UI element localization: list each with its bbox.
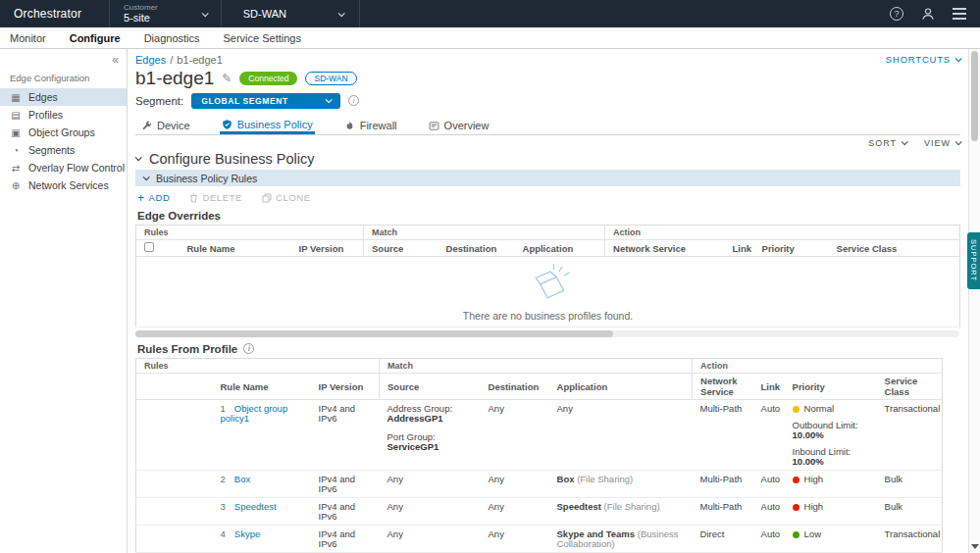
rule-name-link[interactable]: Object group policy1 [221,403,288,424]
col-ip-version: IP Version [311,374,380,400]
source-value: Any [387,501,403,512]
product-menu[interactable]: SD-WAN [228,0,360,27]
application-name: Speedtest [557,501,601,512]
select-all-checkbox[interactable] [144,242,154,252]
add-button[interactable]: + ADD [137,192,170,203]
profile-rule-row[interactable]: 1Object group policy1IPv4 and IPv6Addres… [136,400,943,471]
rule-number: 4 [221,529,226,539]
configure-business-policy-heading[interactable]: Configure Business Policy [135,149,960,168]
nav-tab-service-settings[interactable]: Service Settings [224,32,301,44]
customer-menu[interactable]: Customer 5-site [109,0,222,27]
spacer-header [158,240,180,257]
col-ip-version: IP Version [291,240,364,257]
page-title: b1-edge1 [135,68,214,89]
sidebar-item-overlay-flow-control[interactable]: ⇄ Overlay Flow Control [0,159,127,176]
breadcrumb-current: b1-edge1 [177,54,223,66]
destination-cell: Any [481,400,549,471]
horizontal-scrollbar-thumb[interactable] [135,330,613,337]
sidebar-item-segments[interactable]: ◔ Segments [0,141,127,159]
source-value: Any [387,528,403,539]
tab-overview[interactable]: Overview [427,114,491,134]
sort-menu[interactable]: SORT [868,137,906,148]
menu-icon[interactable] [953,8,966,20]
breadcrumb-edges-link[interactable]: Edges [135,54,166,66]
segment-info-icon[interactable]: i [348,95,359,106]
tab-firewall[interactable]: Firewall [342,114,399,134]
overview-icon [429,121,439,131]
tab-label: Business Policy [237,119,313,130]
trash-icon [189,193,198,203]
breadcrumb-separator: / [170,54,173,66]
priority-dot [793,477,799,483]
main-nav: Monitor Configure Diagnostics Service Se… [0,27,980,49]
destination-cell: Any [481,471,549,498]
chevron-down-icon [902,138,908,145]
nav-tab-diagnostics[interactable]: Diagnostics [144,32,200,44]
sidebar-section-title: Edge Configuration [0,49,127,88]
support-tab[interactable]: SUPPORT [967,232,980,289]
priority-dot [793,504,799,511]
scroll-down-button[interactable] [969,541,980,551]
rule-name-link[interactable]: Box [234,474,250,484]
clone-label: CLONE [276,192,311,203]
source-cell: Address Group: AddressGP1Port Group: Ser… [380,400,481,471]
chevron-down-icon [201,10,208,17]
network-services-icon: ⊕ [10,180,22,191]
sidebar-item-profiles[interactable]: ▤ Profiles [0,106,127,124]
group-match: Match [364,226,605,240]
application-category: (File Sharing) [604,501,660,512]
source-cell: Any [380,498,481,526]
rules-from-profile-table: Rules Match Action Rule Name IP Version … [135,358,943,553]
rule-name-link[interactable]: Speedtest [234,501,277,512]
empty-state-row: There are no business profiles found. [136,257,960,327]
wrench-icon [141,121,152,131]
row-spacer-cell [136,498,213,526]
profile-rule-row[interactable]: 3SpeedtestIPv4 and IPv6AnyAnySpeedtest (… [136,498,943,526]
edit-title-icon[interactable]: ✎ [222,72,232,85]
rules-toolbar: + ADD DELETE CLONE [137,191,960,204]
service-class-cell: Transactional [877,526,943,553]
business-policy-rules-panel-header[interactable]: Business Policy Rules [135,170,960,186]
profile-rule-row[interactable]: 4SkypeIPv4 and IPv6AnyAnySkype and Teams… [136,526,943,553]
segment-select[interactable]: GLOBAL SEGMENT [191,93,340,109]
priority-cell: Low [785,526,877,553]
network-service-cell: Multi-Path [693,471,753,498]
shortcuts-menu[interactable]: SHORTCUTS [886,54,960,65]
sidebar-item-object-groups[interactable]: ▣ Object Groups [0,124,127,141]
column-header-row: Rule Name IP Version Source Destination … [136,240,960,257]
segment-label: Segment: [135,95,183,107]
col-rule-name: Rule Name [213,374,311,400]
application-cell: Skype and Teams (Business Collaboration) [549,526,693,553]
rules-from-profile-info-icon[interactable]: i [243,343,254,354]
rule-name-link[interactable]: Skype [234,528,260,539]
horizontal-scrollbar[interactable] [135,330,959,337]
top-bar-actions: ? [890,7,966,21]
help-icon[interactable]: ? [890,7,903,21]
tab-label: Overview [444,120,490,131]
tab-business-policy[interactable]: Business Policy [220,114,315,134]
empty-state: There are no business profiles found. [136,257,960,327]
nav-tab-monitor[interactable]: Monitor [10,32,46,44]
priority-dot [793,531,799,538]
source-group-line: Port Group: ServiceGP1 [387,432,473,452]
vertical-scrollbar[interactable] [968,49,980,553]
tab-device[interactable]: Device [139,114,192,134]
profile-rule-row[interactable]: 2BoxIPv4 and IPv6AnyAnyBox (File Sharing… [136,471,943,498]
vertical-scrollbar-thumb[interactable] [971,51,978,141]
col-service-class: Service Class [877,374,943,400]
sidebar-item-edges[interactable]: ▦ Edges [0,88,127,106]
sidebar-item-network-services[interactable]: ⊕ Network Services [0,176,127,194]
group-action: Action [693,359,943,374]
clone-button[interactable]: CLONE [262,192,311,203]
clone-icon [262,193,272,203]
sidebar-collapse-icon[interactable]: « [112,53,119,67]
col-service-class: Service Class [829,240,919,257]
application-cell: Speedtest (File Sharing) [549,498,693,526]
edge-overrides-table: Rules Match Action Rule Name IP Version … [135,225,960,327]
nav-tab-configure[interactable]: Configure [70,32,121,44]
service-class-cell: Bulk [877,471,943,498]
view-menu[interactable]: VIEW [924,137,960,148]
user-icon[interactable] [921,7,935,21]
sidebar-item-label: Object Groups [28,126,95,138]
delete-button[interactable]: DELETE [189,192,242,203]
